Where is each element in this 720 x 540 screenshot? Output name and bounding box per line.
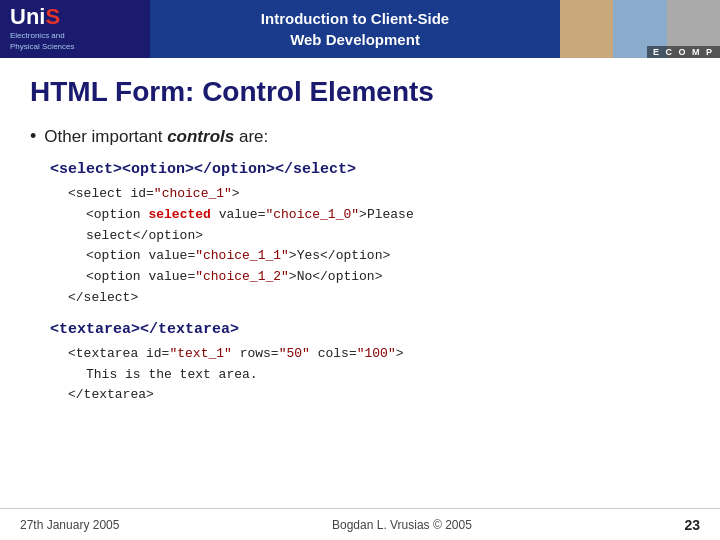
select-heading: <select><option></option></select>: [50, 161, 690, 178]
header-images: E C O M P: [560, 0, 720, 58]
select-section: <select><option></option></select> <sele…: [50, 161, 690, 309]
code-line-2: <option selected value="choice_1_0">Plea…: [86, 205, 690, 226]
header-title: Introduction to Client-Side Web Developm…: [150, 0, 560, 58]
textarea-section: <textarea></textarea> <textarea id="text…: [50, 321, 690, 406]
textarea-heading: <textarea></textarea>: [50, 321, 690, 338]
code-line-6: </select>: [68, 288, 690, 309]
bullet-symbol: •: [30, 126, 36, 147]
footer: 27th January 2005 Bogdan L. Vrusias © 20…: [0, 508, 720, 540]
textarea-code-block: <textarea id="text_1" rows="50" cols="10…: [68, 344, 690, 406]
footer-date: 27th January 2005: [20, 518, 119, 532]
logo-subtitle: Electronics and Physical Sciences: [10, 31, 140, 52]
select-code-block: <select id="choice_1"> <option selected …: [68, 184, 690, 309]
textarea-line-1: <textarea id="text_1" rows="50" cols="10…: [68, 344, 690, 365]
ecomp-bar: E C O M P: [647, 46, 720, 58]
bullet-point: • Other important controls are:: [30, 126, 690, 147]
photo-strip: E C O M P: [560, 0, 720, 58]
textarea-line-3: </textarea>: [68, 385, 690, 406]
textarea-line-2: This is the text area.: [86, 365, 690, 386]
main-content: HTML Form: Control Elements • Other impo…: [0, 58, 720, 428]
code-line-5: <option value="choice_1_2">No</option>: [86, 267, 690, 288]
bullet-text: Other important controls are:: [44, 127, 268, 147]
logo-s: S: [45, 4, 60, 29]
code-line-1: <select id="choice_1">: [68, 184, 690, 205]
logo-unis: UniS: [10, 6, 140, 28]
photo-1: [560, 0, 613, 58]
header: UniS Electronics and Physical Sciences I…: [0, 0, 720, 58]
code-line-3: select</option>: [86, 226, 690, 247]
footer-author: Bogdan L. Vrusias © 2005: [332, 518, 472, 532]
footer-page-number: 23: [684, 517, 700, 533]
header-logo: UniS Electronics and Physical Sciences: [0, 0, 150, 58]
slide-title: HTML Form: Control Elements: [30, 76, 690, 108]
code-line-4: <option value="choice_1_1">Yes</option>: [86, 246, 690, 267]
